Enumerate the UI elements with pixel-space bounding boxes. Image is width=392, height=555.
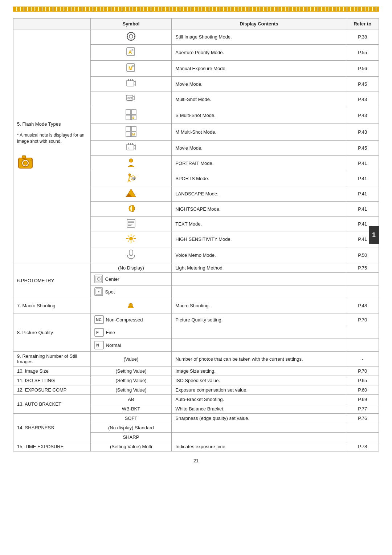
- refer-time-exposure: P.78: [346, 442, 379, 451]
- symbol-remaining: (Value): [90, 352, 172, 366]
- display-exposure-comp: Exposure compensation set value.: [172, 385, 346, 395]
- symbol-movie1: [90, 77, 172, 92]
- refer-movie1: P.45: [346, 77, 379, 92]
- refer-picture-quality: P.70: [346, 313, 379, 326]
- svg-rect-19: [128, 79, 129, 81]
- display-sports: SPORTS Mode.: [172, 171, 346, 186]
- symbol-multishot: BKT: [90, 92, 172, 107]
- symbol-flash-auto: [90, 29, 172, 45]
- table-row: 13. AUTO BRACKET AB Auto-Bracket Shootin…: [13, 395, 379, 404]
- row-name-auto-bracket: 13. AUTO BRACKET: [13, 395, 91, 414]
- refer-sports: P.41: [346, 171, 379, 186]
- svg-text:P: P: [132, 65, 134, 68]
- svg-text:BKT: BKT: [127, 97, 132, 100]
- svg-point-74: [98, 291, 99, 292]
- display-fine: [172, 326, 346, 339]
- svg-rect-27: [131, 110, 136, 114]
- symbol-center: Center: [90, 273, 172, 285]
- display-normal: [172, 339, 346, 352]
- table-row: 15. TIME EXPOSURE (Setting Value) Multi …: [13, 442, 379, 451]
- normal-label: Normal: [106, 343, 121, 348]
- svg-line-44: [129, 176, 130, 179]
- display-aperture: Aperture Priority Mode.: [172, 45, 346, 61]
- symbol-movie2: ♪: [90, 141, 172, 156]
- display-text: TEXT Mode.: [172, 217, 346, 231]
- musical-camera-icon: ♪: [17, 153, 35, 171]
- svg-point-65: [129, 237, 133, 240]
- display-nightscape: NIGHTSCAPE Mode.: [172, 202, 346, 217]
- symbol-m-multishot: M: [90, 124, 172, 141]
- display-remaining: Number of photos that can be taken with …: [172, 352, 346, 366]
- display-standard: [172, 423, 346, 433]
- refer-iso: P.65: [346, 376, 379, 385]
- row-name-picture-quality: 8. Picture Quality: [13, 313, 91, 352]
- row-name-exposure-comp: 12. EXPOSURE COMP: [13, 385, 91, 395]
- refer-voice-memo: P.50: [346, 247, 379, 263]
- svg-marker-37: [134, 145, 135, 149]
- svg-line-61: [128, 235, 129, 237]
- refer-center: [346, 273, 379, 285]
- svg-rect-20: [130, 79, 131, 81]
- table-row: 7. Macro Shooting Macro Shooting. P.48: [13, 298, 379, 313]
- display-sharp: [172, 433, 346, 442]
- refer-standard: [346, 423, 379, 433]
- refer-sharp: [346, 433, 379, 442]
- symbol-portrait: [90, 156, 172, 171]
- display-s-multishot: S Multi-Shot Mode.: [172, 107, 346, 124]
- symbol-spot: Spot: [90, 285, 172, 298]
- svg-line-63: [133, 235, 134, 237]
- svg-text:F: F: [96, 330, 99, 335]
- symbol-iso: (Setting Value): [90, 376, 172, 385]
- spot-icon: [94, 287, 103, 296]
- row-name-iso: 11. ISO SETTING: [13, 376, 91, 385]
- refer-nightscape: P.41: [346, 202, 379, 217]
- svg-point-71: [97, 278, 100, 280]
- refer-portrait: P.41: [346, 156, 379, 171]
- symbol-manual: M P: [90, 61, 172, 77]
- symbol-aperture: A P: [90, 45, 172, 61]
- svg-point-5: [127, 32, 135, 40]
- display-spot: [172, 285, 346, 298]
- refer-normal: [346, 339, 379, 352]
- top-border: [13, 7, 379, 12]
- symbol-wb-bkt: WB-BKT: [90, 404, 172, 414]
- row-name-flash: 5. Flash Mode Types * A musical note is …: [13, 29, 91, 263]
- refer-multishot: P.43: [346, 92, 379, 107]
- svg-rect-66: [129, 250, 133, 256]
- col-header-name: [13, 19, 91, 29]
- svg-line-64: [128, 240, 129, 242]
- symbol-normal: N Normal: [90, 339, 172, 352]
- table-row: 9. Remaining Number of Still Images (Val…: [13, 352, 379, 366]
- symbol-macro: [90, 298, 172, 313]
- fine-label: Fine: [106, 330, 115, 335]
- table-row: 5. Flash Mode Types * A musical note is …: [13, 29, 379, 45]
- row-label-flash: 5. Flash Mode Types: [17, 121, 87, 127]
- refer-image-size: P.70: [346, 366, 379, 376]
- symbol-no-display: (No Display): [90, 263, 172, 273]
- symbol-image-size: (Setting Value): [90, 366, 172, 376]
- refer-aperture: P.55: [346, 45, 379, 61]
- symbol-nightscape: [90, 202, 172, 217]
- symbol-non-compressed: NC Non-Compressed: [90, 313, 172, 326]
- svg-point-75: [129, 303, 132, 307]
- display-portrait: PORTRAIT Mode.: [172, 156, 346, 171]
- display-m-multishot: M Multi-Shot Mode.: [172, 124, 346, 141]
- display-sharpness: Sharpness (edge quality) set value.: [172, 414, 346, 423]
- display-time-exposure: Indicates exposure time.: [172, 442, 346, 451]
- svg-text:M: M: [132, 133, 135, 136]
- refer-landscape: P.41: [346, 186, 379, 202]
- nc-icon: NC: [94, 315, 104, 324]
- display-center: [172, 273, 346, 285]
- row-name-photometry: 6.PHOTOMETRY: [13, 263, 91, 298]
- symbol-landscape: [90, 186, 172, 202]
- svg-rect-21: [132, 79, 133, 81]
- refer-exposure-comp: P.60: [346, 385, 379, 395]
- svg-text:♪: ♪: [30, 156, 33, 162]
- refer-ab: P.69: [346, 395, 379, 404]
- center-icon: [94, 275, 103, 283]
- display-high-sensitivity: HIGH SENSITIVITY Mode.: [172, 231, 346, 247]
- symbol-soft: SOFT: [90, 414, 172, 423]
- main-table: Symbol Display Contents Refer to 5. Flas…: [13, 18, 379, 451]
- display-multishot: Multi-Shot Mode.: [172, 92, 346, 107]
- svg-point-2: [23, 161, 28, 165]
